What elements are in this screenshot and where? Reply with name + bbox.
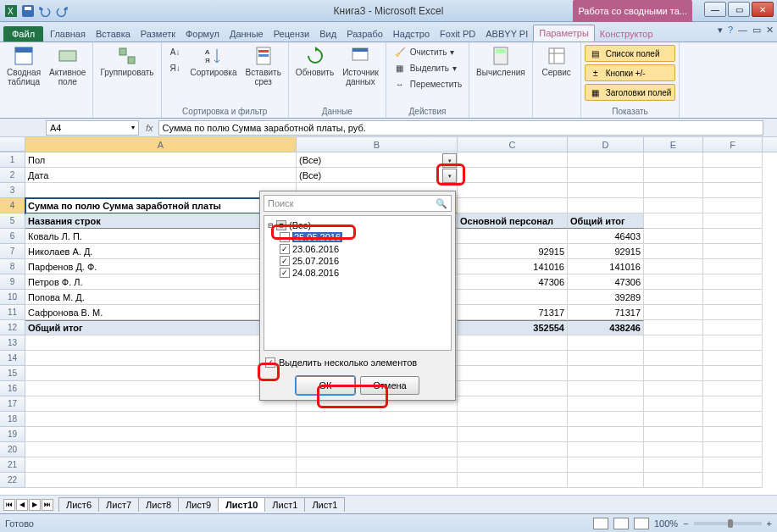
cell[interactable]: [297, 442, 458, 457]
cell[interactable]: (Все): [297, 168, 458, 183]
sheet-tab[interactable]: Лист1: [304, 497, 345, 512]
sheet-tab[interactable]: Лист8: [138, 497, 179, 512]
tab-file[interactable]: Файл: [3, 26, 43, 42]
headers-toggle[interactable]: ▦Заголовки полей: [585, 84, 676, 101]
cell[interactable]: [644, 198, 703, 213]
cell[interactable]: [568, 396, 644, 412]
cell[interactable]: [644, 168, 703, 183]
data-source-button[interactable]: Источник данных: [339, 44, 382, 88]
row-header[interactable]: 2: [0, 168, 25, 183]
filter-item[interactable]: ✓25.07.2016: [268, 255, 447, 267]
insert-slicer-button[interactable]: Вставить срез: [241, 44, 284, 88]
cell[interactable]: [644, 244, 703, 259]
cell[interactable]: Общий итог: [25, 320, 297, 335]
cell[interactable]: Основной персонал: [458, 213, 568, 229]
cell[interactable]: 352554: [458, 320, 568, 335]
cell[interactable]: [644, 320, 703, 335]
cell[interactable]: [568, 183, 644, 198]
cell[interactable]: [25, 427, 297, 442]
cell[interactable]: [644, 229, 703, 244]
cell[interactable]: [703, 351, 763, 366]
cell[interactable]: [25, 473, 297, 488]
cell[interactable]: 141016: [458, 259, 568, 274]
cell[interactable]: [644, 183, 703, 198]
tab-formulas[interactable]: Формул: [180, 26, 225, 42]
cell[interactable]: [703, 412, 763, 427]
row-header[interactable]: 22: [0, 473, 25, 488]
filter-multi-checkbox[interactable]: ✓Выделить несколько элементов: [260, 354, 455, 371]
doc-close-icon[interactable]: ✕: [766, 25, 774, 36]
row-header[interactable]: 5: [0, 213, 25, 229]
row-header[interactable]: 18: [0, 412, 25, 427]
cell[interactable]: [703, 320, 763, 335]
tab-data[interactable]: Данные: [225, 26, 269, 42]
filter-tree[interactable]: ⊟■(Все) 25.05.2016 ✓23.06.2016 ✓25.07.20…: [264, 215, 452, 351]
cell[interactable]: [568, 351, 644, 366]
cell[interactable]: [568, 335, 644, 351]
row-header[interactable]: 8: [0, 259, 25, 274]
cell[interactable]: [25, 335, 297, 351]
zoom-slider[interactable]: [694, 522, 762, 525]
cell[interactable]: [458, 335, 568, 351]
cell[interactable]: [568, 168, 644, 183]
cell[interactable]: [25, 183, 297, 198]
tab-view[interactable]: Вид: [314, 26, 341, 42]
cell[interactable]: [703, 442, 763, 457]
filter-dropdown-date[interactable]: ▾: [442, 169, 457, 183]
excel-icon[interactable]: X: [3, 3, 19, 19]
cell[interactable]: (Все): [297, 152, 458, 168]
tab-design[interactable]: Конструктор: [595, 26, 658, 42]
save-icon[interactable]: [20, 3, 36, 19]
tab-abbyy[interactable]: ABBYY PI: [480, 26, 533, 42]
maximize-button[interactable]: ▭: [728, 2, 750, 17]
tab-foxit[interactable]: Foxit PD: [435, 26, 480, 42]
row-header[interactable]: 4: [0, 198, 25, 213]
cell[interactable]: [644, 351, 703, 366]
cell[interactable]: [644, 442, 703, 457]
tools-button[interactable]: Сервис: [536, 44, 577, 79]
filter-item[interactable]: 25.05.2016: [268, 231, 447, 243]
ok-button[interactable]: ОК: [296, 376, 355, 395]
cell[interactable]: [458, 198, 568, 213]
tab-addins[interactable]: Надстро: [388, 26, 435, 42]
cell[interactable]: [568, 366, 644, 381]
cell[interactable]: Общий итог: [568, 213, 644, 229]
doc-minimize-icon[interactable]: —: [738, 25, 747, 36]
cell[interactable]: [25, 412, 297, 427]
cell[interactable]: [25, 351, 297, 366]
help-icon[interactable]: ?: [728, 25, 733, 36]
row-header[interactable]: 15: [0, 366, 25, 381]
cell[interactable]: [458, 290, 568, 305]
cell[interactable]: [644, 290, 703, 305]
tab-developer[interactable]: Разрабо: [341, 26, 388, 42]
cell[interactable]: [25, 457, 297, 473]
sort-asc-button[interactable]: A↓: [165, 44, 186, 59]
cell[interactable]: [644, 274, 703, 290]
cell[interactable]: 71317: [568, 305, 644, 320]
sort-button[interactable]: АЯСортировка: [187, 44, 241, 79]
tab-home[interactable]: Главная: [45, 26, 91, 42]
sheet-tab[interactable]: Лист7: [98, 497, 139, 512]
sheet-tab-active[interactable]: Лист10: [218, 497, 265, 512]
cell[interactable]: [458, 381, 568, 396]
close-button[interactable]: ✕: [752, 2, 774, 17]
cell[interactable]: Петров Ф. Л.: [25, 274, 297, 290]
tab-layout[interactable]: Разметк: [136, 26, 180, 42]
row-header[interactable]: 19: [0, 427, 25, 442]
cell[interactable]: [644, 427, 703, 442]
filter-item-all[interactable]: ⊟■(Все): [268, 219, 447, 231]
cell[interactable]: [644, 412, 703, 427]
tab-insert[interactable]: Вставка: [91, 26, 136, 42]
sheet-nav-first[interactable]: ⏮: [3, 499, 15, 511]
row-header[interactable]: 6: [0, 229, 25, 244]
cell[interactable]: [644, 366, 703, 381]
undo-icon[interactable]: [37, 3, 53, 19]
minimize-ribbon-icon[interactable]: ▾: [718, 25, 723, 36]
cell[interactable]: [644, 259, 703, 274]
cell[interactable]: [703, 305, 763, 320]
cell[interactable]: [703, 366, 763, 381]
tab-options[interactable]: Параметры: [533, 25, 595, 42]
cell[interactable]: Названия строк: [25, 213, 297, 229]
cell[interactable]: [568, 427, 644, 442]
calculations-button[interactable]: Вычисления: [473, 44, 529, 79]
